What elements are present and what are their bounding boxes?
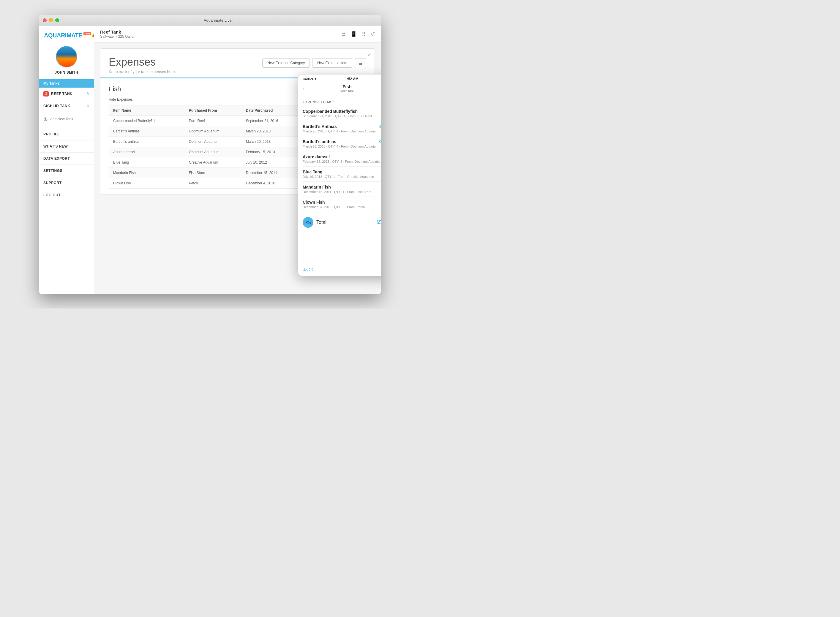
sidebar-item-whats-new[interactable]: WHAT'S NEW [39, 140, 94, 153]
mobile-item-detail: March 20, 2013 · QTY: 4 · From: Optimum … [303, 145, 381, 148]
mobile-item-name: Bartlett's anthias [303, 139, 336, 144]
mobile-item-name: Clown Fish [303, 200, 325, 205]
my-tanks-header: My Tanks: [39, 79, 94, 88]
expand-icon[interactable]: ⤢ [367, 52, 371, 57]
cell-name: Clown Fish [109, 178, 185, 188]
mobile-item-name: Blue Tang [303, 170, 322, 174]
col-purchased-from: Purchased From [185, 105, 242, 115]
close-button[interactable] [43, 18, 47, 22]
mobile-total-left: 🐟 Total [303, 217, 327, 228]
cell-from: Pure Reef [185, 115, 242, 126]
mobile-item-detail: December 04, 2010 · QTY: 2 · From: Petco [303, 205, 381, 209]
mobile-back-button[interactable]: ‹ [303, 85, 305, 92]
mobile-footer-version: Live 7.0 [303, 268, 313, 272]
mobile-list-item[interactable]: Mandarin Fish $35.00 December 15, 2011 ·… [303, 182, 381, 197]
cell-name: Bartlett's Anthias [109, 126, 185, 136]
cell-date: September 21, 2016 [242, 115, 302, 126]
sidebar-item-data-export[interactable]: DATA EXPORT [39, 153, 94, 165]
mobile-item-name: Mandarin Fish [303, 185, 331, 189]
cell-date: December 4, 2010 [242, 178, 302, 188]
traffic-lights [43, 18, 59, 22]
cell-from: Optimum Aquarium [185, 136, 242, 147]
mobile-item-detail: July 10, 2012 · QTY: 1 · From: Creative … [303, 175, 381, 179]
mobile-list-item[interactable]: Azure damsel $60.00 February 15, 2013 · … [303, 151, 381, 167]
sidebar-item-logout[interactable]: LOG OUT [39, 189, 94, 201]
cell-from: Creative Aquarium [185, 157, 242, 167]
new-expense-category-button[interactable]: New Expense Category [262, 58, 310, 68]
mobile-item-price: $140.00 [379, 124, 381, 129]
tank-item-left-cichlid: CICHLID TANK [43, 104, 70, 108]
cell-date: March 28, 2013 [242, 126, 302, 136]
wifi-icon: ▾ [315, 77, 316, 81]
mobile-list-item[interactable]: Bartlett's Anthias $140.00 March 28, 201… [303, 121, 381, 136]
new-expense-item-button[interactable]: New Expense Item [312, 58, 352, 68]
monitor-icon[interactable]: 🖥 [340, 31, 346, 37]
cell-name: Bartlett's anthias [109, 136, 185, 147]
cichlid-tank-name: CICHLID TANK [43, 104, 70, 108]
mac-window: Aquarimate Live! AQUARIMATE PRO 🐠 ≡ JOHN… [39, 15, 381, 294]
sidebar-logo-area: AQUARIMATE PRO 🐠 ≡ [39, 26, 94, 43]
cell-name: Azure damsel [109, 147, 185, 157]
fish-total-icon: 🐟 [303, 217, 314, 228]
reef-tank-edit-icon[interactable]: ✎ [86, 92, 90, 96]
tank-item-reef[interactable]: 3 REEF TANK ✎ [39, 88, 94, 100]
mobile-total-amount: $550.00 [376, 220, 381, 225]
cell-date: February 15, 2013 [242, 147, 302, 157]
cell-name: Copperbanded Butterflyfish [109, 115, 185, 126]
logo-text: AQUARIMATE [44, 32, 82, 39]
mobile-section-header: EXPENSE ITEMS: [303, 96, 381, 106]
avatar [56, 46, 77, 67]
mobile-nav-title: Fish [340, 84, 354, 89]
logo-badge: PRO [83, 32, 91, 35]
tablet-icon[interactable]: 📱 [350, 31, 357, 37]
expenses-subtitle: Keep track of your tank expenses here. [109, 69, 176, 74]
sidebar-item-profile[interactable]: PROFILE [39, 128, 94, 140]
mobile-item-detail: March 28, 2013 · QTY: 4 · From: Optimum … [303, 130, 381, 133]
mobile-item-name: Bartlett's Anthias [303, 124, 337, 129]
cell-date: March 20, 2013 [242, 136, 302, 147]
mobile-item-detail: December 15, 2011 · QTY: 1 · From: Fish … [303, 190, 381, 193]
cichlid-tank-edit-icon[interactable]: ✎ [86, 104, 90, 108]
mobile-status-bar: Carrier ▾ 1:52 AM [298, 75, 381, 82]
logo: AQUARIMATE PRO 🐠 [44, 32, 98, 39]
reef-tank-name: REEF TANK [51, 92, 72, 96]
user-profile: JOHN SMITH [39, 43, 94, 79]
mobile-list-item[interactable]: Blue Tang $50.00 July 10, 2012 · QTY: 1 … [303, 167, 381, 182]
cell-date: December 15, 2011 [242, 167, 302, 178]
mobile-list-item[interactable]: Copperbanded Butterflyfish $80.00 Septem… [303, 106, 381, 121]
mobile-item-detail: September 21, 2016 · QTY: 1 · From: Pure… [303, 114, 381, 118]
add-tank[interactable]: ⊕ Add New Tank... [39, 112, 94, 126]
sidebar-nav: PROFILE WHAT'S NEW DATA EXPORT SETTINGS … [39, 128, 94, 294]
status-time: 1:52 AM [345, 77, 358, 81]
maximize-button[interactable] [55, 18, 59, 22]
top-bar: Reef Tank Saltwater - 225 Gallon 🖥 📱 ⠿ ↺ [94, 26, 381, 43]
cell-from: Optimum Aquarium [185, 147, 242, 157]
sidebar-item-settings[interactable]: SETTINGS [39, 165, 94, 177]
expenses-title-area: Expenses Keep track of your tank expense… [109, 56, 176, 74]
cell-from: Fish Store [185, 167, 242, 178]
cell-name: Mandarin Fish [109, 167, 185, 178]
my-tanks-label: My Tanks: [43, 81, 61, 86]
category-name: Fish [109, 85, 121, 93]
status-carrier: Carrier ▾ [303, 77, 316, 81]
mobile-item-detail: February 15, 2013 · QTY: 3 · From: Optim… [303, 160, 381, 163]
tank-info: Reef Tank Saltwater - 225 Gallon [100, 30, 340, 38]
minimize-button[interactable] [49, 18, 53, 22]
mobile-item-name: Copperbanded Butterflyfish [303, 109, 358, 114]
mobile-list-item[interactable]: Bartlett's anthias $120.00 March 20, 201… [303, 136, 381, 151]
tank-item-cichlid[interactable]: CICHLID TANK ✎ [39, 100, 94, 112]
cell-date: July 10, 2012 [242, 157, 302, 167]
mobile-list-item[interactable]: Clown Fish $65.00 December 04, 2010 · QT… [303, 197, 381, 212]
mobile-item-name: Azure damsel [303, 154, 330, 159]
tank-title: Reef Tank [100, 30, 340, 34]
grid-icon[interactable]: ⠿ [362, 31, 366, 37]
title-bar: Aquarimate Live! [39, 15, 381, 26]
mobile-content: EXPENSE ITEMS: Copperbanded Butterflyfis… [298, 96, 381, 264]
print-button[interactable]: 🖨 [355, 58, 366, 68]
user-name: JOHN SMITH [55, 70, 78, 75]
mobile-nav-subtitle: Reef Tank [340, 89, 354, 93]
cell-from: Petco [185, 178, 242, 188]
expenses-actions: New Expense Category New Expense Item 🖨 [262, 58, 366, 68]
sidebar-item-support[interactable]: SUPPORT [39, 177, 94, 189]
sync-icon[interactable]: ↺ [370, 31, 375, 37]
